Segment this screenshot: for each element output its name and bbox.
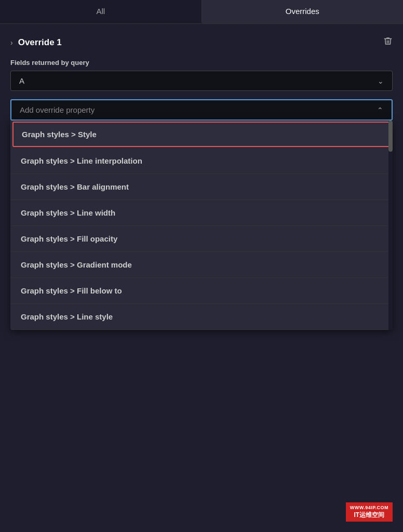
- select-wrapper: A ⌄: [10, 71, 393, 91]
- dropdown-item-bar-alignment[interactable]: Graph styles > Bar alignment: [10, 174, 393, 200]
- tab-overrides-label: Overrides: [286, 7, 319, 16]
- watermark: WWW.94IP.COM IT运维空间: [346, 502, 393, 522]
- dropdown-scrollbar-track: [388, 121, 393, 330]
- tab-overrides[interactable]: Overrides: [202, 0, 404, 23]
- delete-override-icon[interactable]: [383, 36, 393, 48]
- watermark-url: WWW.94IP.COM: [350, 504, 388, 511]
- tab-bar: All Overrides: [0, 0, 403, 24]
- dropdown-item-graph-style-label: Graph styles > Style: [22, 130, 97, 139]
- dropdown-item-fill-opacity-label: Graph styles > Fill opacity: [21, 234, 117, 243]
- dropdown-item-line-interpolation-label: Graph styles > Line interpolation: [21, 156, 142, 165]
- dropdown-item-line-style-label: Graph styles > Line style: [21, 312, 113, 321]
- override-title: Override 1: [18, 37, 62, 48]
- dropdown-item-fill-opacity[interactable]: Graph styles > Fill opacity: [10, 226, 393, 252]
- fields-select[interactable]: A ⌄: [10, 71, 393, 91]
- tab-all[interactable]: All: [0, 0, 202, 23]
- add-override-property-input[interactable]: Add override property ⌃: [10, 99, 393, 121]
- select-value: A: [19, 76, 24, 85]
- override-section: › Override 1 Fields returned by query: [10, 36, 393, 121]
- dropdown-item-graph-style[interactable]: Graph styles > Style: [12, 122, 391, 147]
- dropdown-item-gradient-mode-label: Graph styles > Gradient mode: [21, 260, 132, 269]
- override-property-placeholder: Add override property: [20, 105, 95, 114]
- dropdown-item-fill-below[interactable]: Graph styles > Fill below to: [10, 278, 393, 304]
- override-property-dropdown: Graph styles > Style Graph styles > Line…: [10, 121, 393, 330]
- dropdown-item-gradient-mode[interactable]: Graph styles > Gradient mode: [10, 252, 393, 278]
- dropdown-item-bar-alignment-label: Graph styles > Bar alignment: [21, 182, 129, 191]
- override-title-row: › Override 1: [10, 37, 62, 48]
- tab-all-label: All: [96, 7, 105, 16]
- dropdown-item-fill-below-label: Graph styles > Fill below to: [21, 286, 122, 295]
- dropdown-item-line-style[interactable]: Graph styles > Line style: [10, 304, 393, 330]
- fields-label: Fields returned by query: [10, 59, 393, 66]
- watermark-name: IT运维空间: [350, 511, 388, 520]
- property-chevron-up-icon: ⌃: [377, 106, 383, 114]
- collapse-chevron-icon[interactable]: ›: [10, 38, 13, 47]
- dropdown-item-line-width[interactable]: Graph styles > Line width: [10, 200, 393, 226]
- select-chevron-icon: ⌄: [378, 77, 384, 85]
- dropdown-item-line-width-label: Graph styles > Line width: [21, 208, 115, 217]
- override-property-wrapper: Add override property ⌃ Graph styles > S…: [10, 99, 393, 121]
- main-content: › Override 1 Fields returned by query: [0, 24, 403, 532]
- dropdown-scrollbar-thumb[interactable]: [388, 121, 393, 152]
- dropdown-item-line-interpolation[interactable]: Graph styles > Line interpolation: [10, 148, 393, 174]
- override-header: › Override 1: [10, 36, 393, 48]
